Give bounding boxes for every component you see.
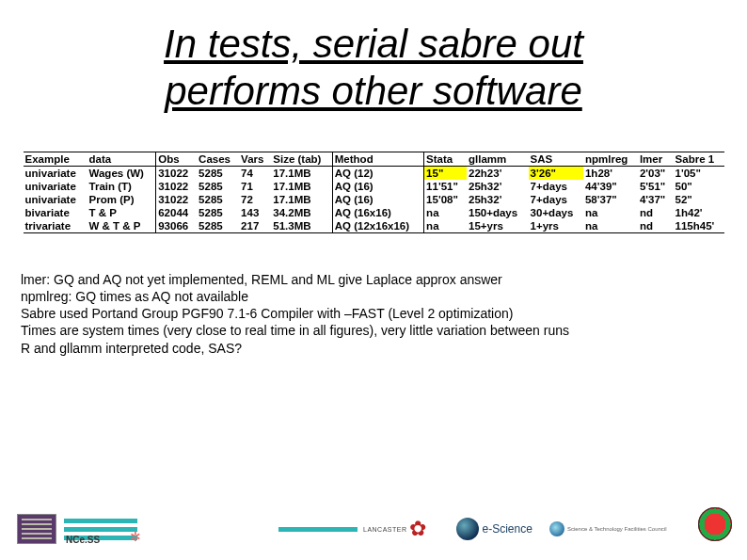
cell: 31022 [156, 166, 197, 180]
title-line1: In tests, serial sabre out [164, 22, 583, 66]
cell: 1+yrs [529, 219, 583, 233]
col-cases: Cases [197, 152, 239, 166]
note-line: npmlreg: GQ times as AQ not available [21, 288, 747, 305]
cell: 4'37" [638, 193, 674, 206]
cell: trivariate [24, 219, 87, 233]
cell: na [424, 219, 467, 233]
cell: 17.1MB [271, 193, 332, 206]
col-vars: Vars [239, 152, 271, 166]
table-row: univariate Train (T) 31022 5285 71 17.1M… [24, 180, 724, 193]
cell: 2'03" [638, 166, 674, 180]
cell: 31022 [156, 193, 197, 206]
cell: 11'51" [424, 180, 467, 193]
cell: 5'51" [638, 180, 674, 193]
cell: AQ (12x16x16) [332, 219, 423, 233]
footer: NCe.SS ✲ LANCASTER ✿ e-Science Science &… [0, 505, 747, 552]
cell: 5285 [197, 206, 239, 219]
cell: Prom (P) [87, 193, 156, 206]
bar-icon [278, 527, 358, 532]
cell: T & P [87, 206, 156, 219]
col-lmer: lmer [638, 152, 674, 166]
cell: 7+days [529, 180, 583, 193]
col-obs: Obs [156, 152, 197, 166]
cell: AQ (16) [332, 180, 423, 193]
globe-icon [456, 518, 479, 540]
cell: 31022 [156, 180, 197, 193]
lancaster-label: LANCASTER [363, 526, 407, 533]
note-line: Times are system times (very close to re… [21, 322, 747, 339]
table-row: univariate Wages (W) 31022 5285 74 17.1M… [24, 166, 724, 180]
table-row: trivariate W & T & P 93066 5285 217 51.3… [24, 219, 724, 233]
cell: 22h23' [467, 166, 529, 180]
cell: univariate [24, 180, 87, 193]
escience-label: e-Science [483, 522, 532, 536]
col-gllamm: gllamm [467, 152, 529, 166]
cell: univariate [24, 166, 87, 180]
star-icon: ✲ [130, 529, 141, 544]
cell: 34.2MB [271, 206, 332, 219]
cell: 52" [674, 193, 724, 206]
cell: AQ (16x16) [332, 206, 423, 219]
cell: 58'37" [583, 193, 638, 206]
cell: 25h32' [467, 193, 529, 206]
escience-logo: e-Science [456, 518, 532, 540]
cell: 93066 [156, 219, 197, 233]
title-line2: performs other software [165, 69, 582, 113]
cell: 17.1MB [271, 180, 332, 193]
ncess-label: NCe.SS [66, 535, 100, 545]
cell: AQ (16) [332, 193, 423, 206]
cell: Wages (W) [87, 166, 156, 180]
cell: 51.3MB [271, 219, 332, 233]
col-stata: Stata [424, 152, 467, 166]
cell-highlight: 3'26" [529, 166, 583, 180]
cell: 30+days [529, 206, 583, 219]
cell: 15'08" [424, 193, 467, 206]
col-size: Size (tab) [271, 152, 332, 166]
table-row: bivariate T & P 62044 5285 143 34.2MB AQ… [24, 206, 724, 219]
cell: 217 [239, 219, 271, 233]
slide-title: In tests, serial sabre out performs othe… [0, 21, 747, 116]
cell: 115h45' [674, 219, 724, 233]
cell: 72 [239, 193, 271, 206]
cell: 143 [239, 206, 271, 219]
comparison-table: Example data Obs Cases Vars Size (tab) M… [24, 152, 724, 233]
ncess-logo: NCe.SS ✲ [64, 517, 137, 542]
cell: 15+yrs [467, 219, 529, 233]
stfc-label: Science & Technology Facilities Council [567, 526, 667, 532]
note-line: Sabre used Portand Group PGF90 7.1-6 Com… [21, 305, 747, 322]
cell: 5285 [197, 166, 239, 180]
globe-icon [549, 521, 564, 536]
cell: 5285 [197, 180, 239, 193]
bar-icon [64, 527, 137, 532]
cell: 71 [239, 180, 271, 193]
cell: nd [638, 206, 674, 219]
col-npmlreg: npmlreg [583, 152, 638, 166]
table-row: univariate Prom (P) 31022 5285 72 17.1MB… [24, 193, 724, 206]
cell: nd [638, 219, 674, 233]
cell: 7+days [529, 193, 583, 206]
cell: Train (T) [87, 180, 156, 193]
table-header-row: Example data Obs Cases Vars Size (tab) M… [24, 152, 724, 166]
col-sas: SAS [529, 152, 583, 166]
cell: W & T & P [87, 219, 156, 233]
bar-icon [64, 519, 137, 523]
cell: 62044 [156, 206, 197, 219]
cell: 150+days [467, 206, 529, 219]
cell: 1'05" [674, 166, 724, 180]
col-method: Method [332, 152, 423, 166]
institution-logo-icon [17, 514, 56, 544]
cell: 5285 [197, 193, 239, 206]
note-line: R and gllamm interpreted code, SAS? [21, 340, 747, 357]
col-sabre1: Sabre 1 [674, 152, 724, 166]
cell: na [583, 219, 638, 233]
cell: 50" [674, 180, 724, 193]
cell: AQ (12) [332, 166, 423, 180]
cell: 44'39" [583, 180, 638, 193]
notes-block: lmer: GQ and AQ not yet implemented, REM… [21, 271, 747, 357]
badge-icon [698, 507, 732, 541]
note-line: lmer: GQ and AQ not yet implemented, REM… [21, 271, 747, 288]
cell: 1h28' [583, 166, 638, 180]
col-data: data [87, 152, 156, 166]
cell: 25h32' [467, 180, 529, 193]
stfc-logo: Science & Technology Facilities Council [549, 521, 667, 536]
